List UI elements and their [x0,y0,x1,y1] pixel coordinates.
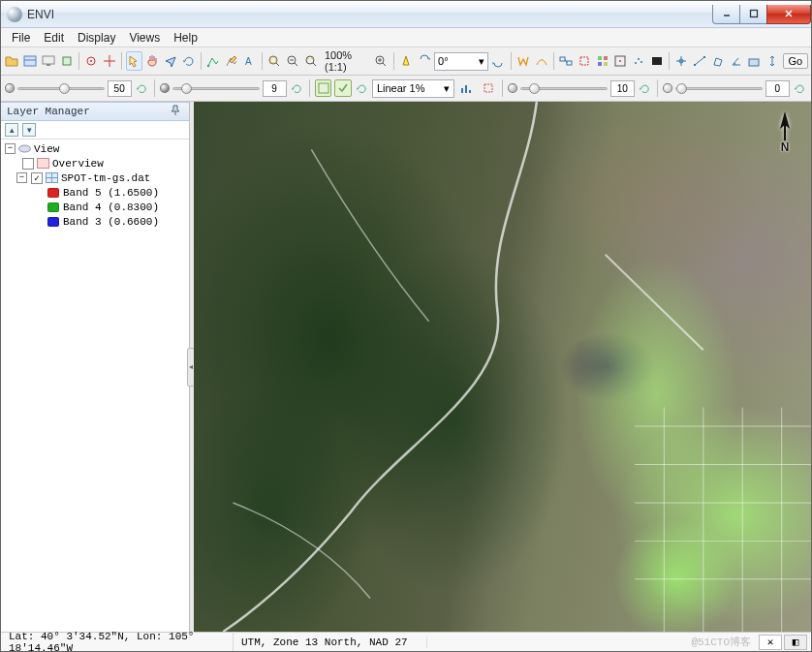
close-button[interactable] [766,5,811,24]
rotate-down-icon[interactable] [416,51,432,71]
maximize-button[interactable] [739,5,766,24]
brightness-icon [5,83,15,93]
chevron-down-icon: ▾ [479,55,484,68]
minimize-button[interactable] [712,5,739,24]
annot-icon[interactable]: A [241,51,258,71]
adjust-toolbar: 50 9 Linear 1%▾ 10 0 [1,76,811,102]
north-up-icon[interactable] [398,51,415,71]
crosshair-icon[interactable] [101,51,117,71]
view-label: View [34,143,59,155]
satellite-image [194,102,811,632]
sharpen-icon [508,83,517,93]
raster-icon [46,172,58,183]
rotation-input[interactable]: 0°▾ [434,52,488,71]
zoom-in-icon[interactable] [373,51,390,71]
menu-edit[interactable]: Edit [37,29,71,47]
pixel-locator-icon[interactable] [612,51,629,71]
tool-arbitrary-icon[interactable] [533,51,549,71]
tree-dataset-node[interactable]: − SPOT-tm-gs.dat [3,171,189,185]
display-icon[interactable] [40,51,56,71]
tree-band-node[interactable]: Band 3 (0.6600) [3,214,189,229]
mensuration-angle-icon[interactable] [728,51,744,71]
roi-icon[interactable] [577,51,593,71]
mensuration-height-icon[interactable] [765,51,781,71]
mensuration-area-icon[interactable] [746,51,763,71]
band-green-swatch [47,202,59,212]
tree-view-node[interactable]: − View [3,141,189,156]
collapse-icon[interactable]: − [5,143,16,154]
brightness-reset-icon[interactable] [135,80,149,96]
open-icon[interactable] [4,51,20,71]
chip-icon[interactable] [58,51,75,71]
zoom-level[interactable]: 100% (1:1) [321,49,371,73]
stretch-reset-icon[interactable] [355,80,369,96]
tree-band-node[interactable]: Band 5 (1.6500) [3,185,189,200]
tree-band-node[interactable]: Band 4 (0.8300) [3,200,189,214]
pin-icon[interactable] [170,105,183,118]
pan-icon[interactable] [144,51,161,71]
vector-edit-icon[interactable] [224,51,240,71]
menu-help[interactable]: Help [167,29,204,47]
stretch-lock-icon[interactable] [479,78,497,98]
transparency-value[interactable]: 0 [765,80,790,97]
sharpen-slider[interactable] [520,87,608,90]
link-icon[interactable] [558,51,575,71]
mensuration-point-icon[interactable] [673,51,690,71]
mensuration-line-icon[interactable] [692,51,708,71]
select-icon[interactable] [126,51,142,71]
menu-display[interactable]: Display [71,29,122,47]
zoom-extent-icon[interactable] [302,51,319,71]
scatter-icon[interactable] [631,51,647,71]
vector-create-icon[interactable] [205,51,222,71]
zoom-out-icon[interactable] [285,51,301,71]
contrast-slider[interactable] [172,87,260,90]
data-manager-icon[interactable] [22,51,39,71]
menu-file[interactable]: File [5,29,37,47]
map-viewport[interactable]: N [194,102,811,632]
zoom-full-icon[interactable] [266,51,283,71]
layer-tree[interactable]: − View Overview − SPOT-tm-gs.dat Band 5 … [1,139,189,632]
go-button[interactable]: Go [783,53,809,69]
fly-icon[interactable] [163,51,179,71]
svg-rect-8 [63,57,71,65]
stretch-update-icon[interactable] [334,79,351,97]
tree-overview-node[interactable]: Overview [3,156,189,171]
stretch-on-icon[interactable] [315,79,331,97]
stretch-type[interactable]: Linear 1%▾ [372,79,454,98]
svg-rect-33 [604,62,608,66]
contrast-value[interactable]: 9 [263,80,287,97]
collapse-icon[interactable]: − [16,172,27,183]
cursor-value-icon[interactable] [83,51,100,71]
contrast-reset-icon[interactable] [290,80,304,96]
svg-rect-39 [652,57,662,65]
dataset-checkbox[interactable] [31,172,43,184]
menu-views[interactable]: Views [122,29,167,47]
rotate-up-icon[interactable] [490,51,507,71]
transparency-reset-icon[interactable] [793,80,807,96]
transparency-slider[interactable] [675,87,763,90]
tool-w-icon[interactable] [515,51,532,71]
feature-count-icon[interactable] [594,51,610,71]
brightness-slider[interactable] [17,87,105,90]
status-toggle-icon[interactable]: ◧ [784,635,807,650]
histogram-icon[interactable] [457,78,476,98]
brightness-value[interactable]: 50 [108,80,132,97]
window-controls [712,5,811,24]
svg-rect-27 [560,57,565,61]
overview-checkbox[interactable] [22,158,34,170]
tool-gray-icon[interactable] [649,51,666,71]
svg-rect-1 [750,11,757,17]
transparency-icon [663,83,672,93]
svg-rect-28 [567,61,572,65]
mensuration-poly-icon[interactable] [710,51,727,71]
rotate-icon[interactable] [180,51,197,71]
status-close-icon[interactable]: ✕ [759,635,782,650]
collapse-all-icon[interactable]: ▾ [22,123,36,137]
sharpen-reset-icon[interactable] [638,80,652,96]
expand-all-icon[interactable]: ▴ [5,123,18,137]
svg-rect-48 [319,83,328,93]
svg-rect-6 [43,56,54,64]
svg-rect-45 [703,56,705,58]
svg-line-20 [295,63,297,66]
sharpen-value[interactable]: 10 [610,80,635,97]
